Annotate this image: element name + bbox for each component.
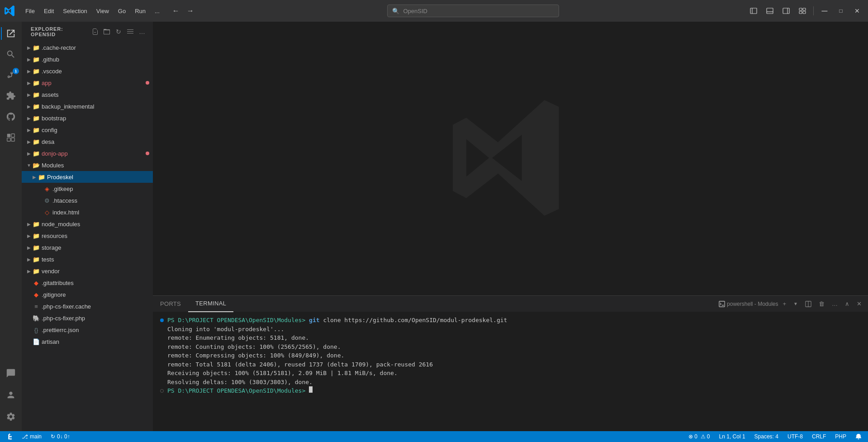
status-language[interactable]: PHP bbox=[832, 431, 849, 442]
close-button[interactable]: ✕ bbox=[850, 5, 864, 17]
panel: PORTS TERMINAL powershell - Modules + ▼ bbox=[153, 295, 868, 431]
tree-label-assets: assets bbox=[42, 91, 153, 98]
menu-go[interactable]: Go bbox=[114, 6, 130, 16]
tree-label-desa: desa bbox=[42, 138, 153, 145]
folder-icon: 📁 bbox=[33, 44, 40, 51]
split-terminal-button[interactable] bbox=[802, 298, 814, 310]
terminal-line-7: Resolving deltas: 100% (3803/3803), done… bbox=[160, 378, 861, 387]
menu-run[interactable]: Run bbox=[130, 6, 150, 16]
new-file-button[interactable] bbox=[90, 26, 100, 37]
tree-item-htaccess[interactable]: ⚙ .htaccess bbox=[22, 195, 153, 206]
status-encoding[interactable]: UTF-8 bbox=[785, 431, 806, 442]
tree-item-backup-inkremental[interactable]: ▶ 📁 backup_inkremental bbox=[22, 100, 153, 112]
tree-item-cache-rector[interactable]: ▶ 📁 .cache-rector bbox=[22, 42, 153, 53]
tab-terminal[interactable]: TERMINAL bbox=[188, 296, 233, 312]
status-remote[interactable] bbox=[4, 431, 15, 442]
activity-remote[interactable] bbox=[1, 128, 21, 147]
activity-search[interactable] bbox=[1, 44, 21, 64]
minimize-button[interactable]: ─ bbox=[817, 5, 832, 17]
tree-item-desa[interactable]: ▶ 📁 desa bbox=[22, 136, 153, 147]
nav-forward-button[interactable]: → bbox=[184, 5, 197, 17]
menu-file[interactable]: File bbox=[21, 6, 39, 16]
status-errors[interactable]: ⊗ 0 ⚠ 0 bbox=[686, 431, 713, 442]
new-folder-button[interactable] bbox=[101, 26, 112, 37]
tree-item-storage[interactable]: ▶ 📁 storage bbox=[22, 242, 153, 253]
kill-terminal-button[interactable]: 🗑 bbox=[816, 298, 827, 310]
maximize-button[interactable]: □ bbox=[834, 5, 848, 17]
status-notifications[interactable] bbox=[853, 431, 864, 442]
php-icon: 🐘 bbox=[33, 314, 40, 322]
tree-item-gitignore[interactable]: ◆ .gitignore bbox=[22, 289, 153, 300]
folder-icon: 📁 bbox=[33, 67, 40, 75]
terminal-line-3: remote: Counting objects: 100% (2565/256… bbox=[160, 342, 861, 352]
tree-item-php-cs-fixer-cache[interactable]: ≡ .php-cs-fixer.cache bbox=[22, 300, 153, 312]
close-panel-button[interactable]: ✕ bbox=[854, 298, 864, 310]
status-spaces[interactable]: Spaces: 4 bbox=[752, 431, 781, 442]
status-line-col[interactable]: Ln 1, Col 1 bbox=[716, 431, 748, 442]
tree-arrow-resources: ▶ bbox=[25, 232, 33, 239]
terminal-body[interactable]: PS D:\PROJECT OPENDESA\OpenSID\Modules> … bbox=[153, 312, 868, 431]
activity-explorer[interactable] bbox=[1, 24, 21, 43]
tree-item-gitattributes[interactable]: ◆ .gitattributes bbox=[22, 277, 153, 289]
collapse-all-button[interactable] bbox=[125, 26, 136, 37]
more-actions-button[interactable]: … bbox=[137, 26, 147, 37]
status-sync[interactable]: ↻ 0↓ 0↑ bbox=[48, 431, 73, 442]
activity-account[interactable] bbox=[1, 385, 21, 405]
tree-item-assets[interactable]: ▶ 📁 assets bbox=[22, 89, 153, 100]
tree-item-app[interactable]: ▶ 📁 app bbox=[22, 77, 153, 89]
tree-item-resources[interactable]: ▶ 📁 resources bbox=[22, 230, 153, 242]
activity-extensions[interactable] bbox=[1, 86, 21, 106]
file-tree: ▶ 📁 .cache-rector ▶ 📁 .github ▶ 📁 .vscod… bbox=[22, 42, 153, 431]
refresh-button[interactable]: ↻ bbox=[113, 26, 124, 37]
launch-profile-button[interactable]: ▼ bbox=[791, 298, 801, 310]
tree-item-github[interactable]: ▶ 📁 .github bbox=[22, 53, 153, 65]
tree-item-modules[interactable]: ▼ 📂 Modules bbox=[22, 159, 153, 171]
tree-item-artisan[interactable]: 📄 artisan bbox=[22, 336, 153, 347]
tree-item-index-html[interactable]: ◇ index.html bbox=[22, 206, 153, 218]
branch-name: main bbox=[30, 433, 42, 440]
activity-github[interactable] bbox=[1, 107, 21, 127]
tree-arrow-assets: ▶ bbox=[25, 91, 33, 98]
tree-label-storage: storage bbox=[42, 244, 153, 251]
toggle-right-panel-button[interactable] bbox=[779, 5, 793, 17]
svg-rect-0 bbox=[750, 8, 757, 14]
menu-selection[interactable]: Selection bbox=[58, 6, 91, 16]
svg-rect-12 bbox=[7, 138, 10, 141]
tree-item-vscode[interactable]: ▶ 📁 .vscode bbox=[22, 65, 153, 77]
tree-item-php-cs-fixer-php[interactable]: 🐘 .php-cs-fixer.php bbox=[22, 312, 153, 324]
sidebar: EXPLORER: OPENSID ↻ … ▶ 📁 .cache- bbox=[22, 22, 153, 431]
svg-rect-4 bbox=[783, 8, 789, 14]
menu-more[interactable]: ... bbox=[150, 6, 164, 16]
tree-item-node-modules[interactable]: ▶ 📁 node_modules bbox=[22, 218, 153, 230]
activity-chat[interactable] bbox=[1, 363, 21, 383]
layout-button[interactable] bbox=[795, 5, 810, 17]
status-branch[interactable]: ⎇ main bbox=[19, 431, 44, 442]
tree-item-prodeskel[interactable]: ▶ 📁 Prodeskel bbox=[22, 171, 153, 183]
activity-source-control[interactable]: 1 bbox=[1, 65, 21, 85]
folder-icon: 📁 bbox=[33, 138, 40, 145]
search-box[interactable]: 🔍 OpenSID bbox=[387, 5, 559, 17]
add-terminal-button[interactable]: + bbox=[780, 298, 789, 310]
terminal-line-prompt: PS D:\PROJECT OPENDESA\OpenSID\Modules> bbox=[160, 386, 861, 395]
menu-view[interactable]: View bbox=[92, 6, 114, 16]
toggle-sidebar-button[interactable] bbox=[746, 5, 761, 17]
tree-item-config[interactable]: ▶ 📁 config bbox=[22, 124, 153, 136]
tree-item-tests[interactable]: ▶ 📁 tests bbox=[22, 253, 153, 265]
tree-item-donjo-app[interactable]: ▶ 📁 donjo-app bbox=[22, 147, 153, 159]
tab-ports[interactable]: PORTS bbox=[153, 296, 188, 312]
menu-edit[interactable]: Edit bbox=[39, 6, 58, 16]
toggle-panel-button[interactable] bbox=[763, 5, 777, 17]
nav-back-button[interactable]: ← bbox=[170, 5, 182, 17]
tree-item-bootstrap[interactable]: ▶ 📁 bootstrap bbox=[22, 112, 153, 124]
menu-bar: File Edit Selection View Go Run ... bbox=[21, 6, 164, 16]
sidebar-actions: ↻ … bbox=[90, 26, 147, 37]
more-terminal-button[interactable]: … bbox=[829, 298, 840, 310]
tree-arrow-donjo-app: ▶ bbox=[25, 150, 33, 157]
activity-settings[interactable] bbox=[1, 407, 21, 427]
tree-item-prettierrc-json[interactable]: {} .prettierrc.json bbox=[22, 324, 153, 336]
status-eol[interactable]: CRLF bbox=[809, 431, 829, 442]
tree-label-node-modules: node_modules bbox=[42, 221, 153, 228]
tree-item-gitkeep[interactable]: ◈ .gitkeep bbox=[22, 183, 153, 195]
maximize-panel-button[interactable]: ∧ bbox=[842, 298, 852, 310]
tree-item-vendor[interactable]: ▶ 📁 vendor bbox=[22, 265, 153, 277]
